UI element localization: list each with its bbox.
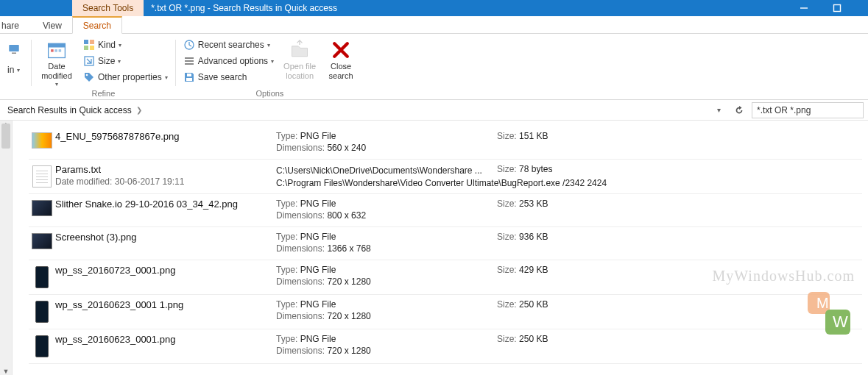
- search-in-dropdown[interactable]: in ▾: [4, 62, 27, 78]
- file-type: Type: PNG File: [276, 299, 497, 310]
- other-properties-label: Other properties: [98, 72, 162, 82]
- file-name-cell: wp_ss_20160723_0001.png: [55, 265, 276, 276]
- close-search-button[interactable]: Close search: [322, 37, 359, 80]
- ribbon: in ▾ Date modified ▾ Kind: [0, 34, 868, 100]
- ribbon-group-refine: Date modified ▾ Kind ▾ Size ▾: [32, 37, 175, 99]
- file-size-cell: Size: 253 KB: [497, 199, 644, 209]
- file-dimensions: Dimensions: 1366 x 768: [276, 243, 497, 254]
- file-name-cell: wp_ss_20160623_0001 1.png: [55, 299, 276, 310]
- chevron-down-icon: ▾: [119, 42, 121, 49]
- tag-icon: [83, 71, 95, 83]
- svg-rect-8: [59, 49, 62, 52]
- file-size: Size: 936 KB: [497, 232, 644, 242]
- file-size-cell: Size: 936 KB: [497, 232, 644, 242]
- tab-view[interactable]: View: [32, 18, 72, 33]
- maximize-button[interactable]: [820, 0, 853, 16]
- save-icon: [183, 71, 195, 83]
- svg-rect-17: [185, 60, 194, 62]
- titlebar: Search Tools *.txt OR *.png - Search Res…: [0, 0, 868, 16]
- contextual-tab-search-tools[interactable]: Search Tools: [72, 0, 144, 16]
- file-icon: [29, 299, 55, 323]
- result-row[interactable]: Screenshot (3).pngType: PNG FileDimensio…: [29, 227, 862, 260]
- file-dimensions: Dimensions: 560 x 240: [276, 143, 497, 153]
- this-pc-button[interactable]: [4, 37, 27, 62]
- file-type: Type: PNG File: [276, 334, 497, 344]
- file-details-cell: Type: PNG FileDimensions: 720 x 1280: [276, 265, 497, 287]
- date-modified-label: Date modified: [41, 62, 72, 80]
- ribbon-group-location: in ▾: [0, 37, 31, 99]
- other-properties-dropdown[interactable]: Other properties ▾: [80, 69, 171, 85]
- pc-icon: [7, 43, 21, 56]
- svg-rect-12: [90, 46, 94, 50]
- chevron-down-icon: ▾: [165, 74, 168, 81]
- svg-rect-5: [49, 43, 66, 47]
- search-in-label: in: [7, 65, 14, 75]
- size-dropdown[interactable]: Size ▾: [80, 53, 171, 69]
- minimize-button[interactable]: [787, 0, 820, 16]
- result-row[interactable]: wp_ss_20160723_0001.pngType: PNG FileDim…: [29, 260, 862, 295]
- size-label: Size: [98, 56, 115, 66]
- titlebar-left-gap: [0, 0, 72, 16]
- file-size: Size: 250 KB: [497, 334, 644, 344]
- refresh-icon: [734, 105, 744, 115]
- tab-search[interactable]: Search: [72, 16, 122, 34]
- file-dimensions: Dimensions: 720 x 1280: [276, 311, 497, 321]
- close-search-label: Close search: [329, 62, 353, 80]
- file-icon: [29, 232, 55, 249]
- result-row[interactable]: wp_ss_20160623_0001 1.pngType: PNG FileD…: [29, 295, 862, 329]
- recent-searches-dropdown[interactable]: Recent searches ▾: [180, 37, 277, 53]
- file-name-cell: Params.txtDate modified: 30-06-2017 19:1…: [55, 164, 276, 187]
- calendar-icon: [45, 38, 68, 62]
- file-size: Size: 151 KB: [497, 131, 644, 141]
- ribbon-group-options: Recent searches ▾ Advanced options ▾ Sav…: [176, 37, 364, 99]
- svg-rect-18: [185, 63, 194, 65]
- kind-label: Kind: [98, 40, 116, 50]
- file-dimensions: Dimensions: 800 x 632: [276, 210, 497, 221]
- breadcrumb-text: Search Results in Quick access: [7, 105, 132, 115]
- file-name: 4_ENU_597568787867e.png: [55, 131, 269, 142]
- result-row[interactable]: 4_ENU_597568787867e.pngType: PNG FileDim…: [29, 126, 862, 160]
- open-file-location-button: Open file location: [277, 37, 322, 80]
- breadcrumb[interactable]: Search Results in Quick access ❯: [4, 105, 706, 115]
- file-name: Screenshot (3).png: [55, 232, 269, 243]
- chevron-down-icon: ▾: [118, 58, 121, 65]
- svg-rect-7: [54, 49, 57, 52]
- result-row[interactable]: Slither Snake.io 29-10-2016 03_34_42.png…: [29, 194, 862, 227]
- chevron-right-icon[interactable]: ❯: [136, 106, 142, 114]
- history-dropdown-button[interactable]: ▾: [710, 102, 727, 118]
- ribbon-tabs: hare View Search: [0, 16, 868, 34]
- refresh-button[interactable]: [731, 102, 747, 118]
- file-path: C:\Users\Nick\OneDrive\Documents\Wonders…: [276, 165, 497, 176]
- file-size: Size: 429 KB: [497, 265, 644, 275]
- close-icon: [329, 38, 353, 62]
- file-icon: [29, 334, 55, 357]
- tab-share[interactable]: hare: [0, 18, 32, 33]
- file-type: Type: PNG File: [276, 265, 497, 275]
- search-input[interactable]: *.txt OR *.png: [752, 102, 864, 118]
- recent-searches-label: Recent searches: [198, 40, 264, 50]
- svg-rect-6: [51, 49, 54, 52]
- file-path-extra: C:\Program Files\Wondershare\Video Conve…: [276, 178, 868, 188]
- scroll-down-icon[interactable]: ▼: [0, 368, 12, 375]
- kind-dropdown[interactable]: Kind ▾: [80, 37, 171, 53]
- advanced-options-dropdown[interactable]: Advanced options ▾: [180, 53, 277, 69]
- nav-pane-scrollbar[interactable]: ▲ ▼: [0, 121, 13, 375]
- window-controls: [787, 0, 868, 16]
- file-details-cell: Type: PNG FileDimensions: 720 x 1280: [276, 334, 497, 356]
- file-name: wp_ss_20160723_0001.png: [55, 265, 269, 276]
- size-icon: [83, 55, 95, 67]
- file-details-cell: Type: PNG FileDimensions: 800 x 632: [276, 199, 497, 221]
- file-details-cell: Type: PNG FileDimensions: 1366 x 768: [276, 232, 497, 254]
- file-type: Type: PNG File: [276, 232, 497, 242]
- result-row[interactable]: wp_ss_20160623_0001.pngType: PNG FileDim…: [29, 329, 862, 364]
- scrollbar-thumb[interactable]: [1, 124, 10, 149]
- file-name-cell: 4_ENU_597568787867e.png: [55, 131, 276, 142]
- result-row[interactable]: Params.txtDate modified: 30-06-2017 19:1…: [29, 160, 862, 194]
- save-search-button[interactable]: Save search: [180, 69, 277, 85]
- file-size: Size: 253 KB: [497, 199, 644, 209]
- svg-rect-2: [9, 45, 19, 51]
- close-window-button[interactable]: [853, 0, 868, 16]
- date-modified-button[interactable]: Date modified ▾: [36, 37, 77, 88]
- date-modified: Date modified: 30-06-2017 19:11: [55, 176, 269, 187]
- file-name: wp_ss_20160623_0001 1.png: [55, 299, 269, 310]
